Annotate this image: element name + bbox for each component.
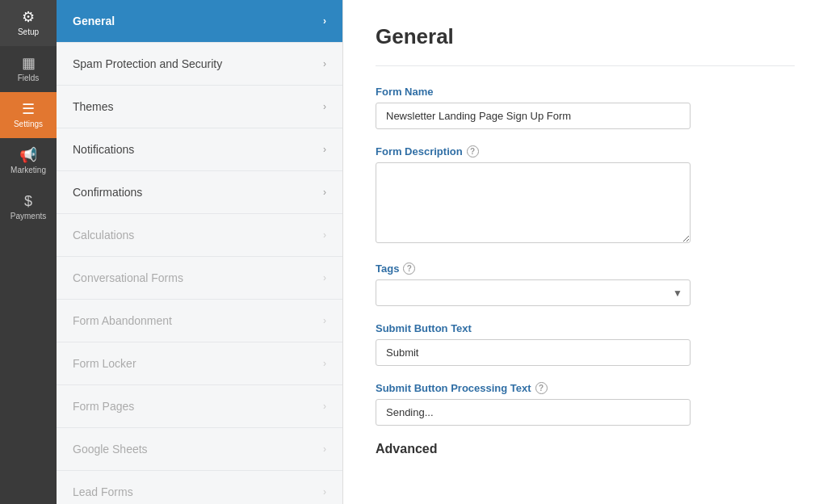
sidebar-item-general[interactable]: General › <box>57 0 342 43</box>
form-name-input[interactable] <box>376 103 691 129</box>
tags-select[interactable] <box>376 279 691 306</box>
chevron-icon-confirmations: › <box>323 187 326 198</box>
sidebar-label-confirmations: Confirmations <box>73 186 142 199</box>
sidebar-label-google-sheets: Google Sheets <box>73 443 148 456</box>
form-description-textarea[interactable] <box>376 162 691 243</box>
sidebar-label-conversational: Conversational Forms <box>73 271 183 284</box>
chevron-icon-form-pages: › <box>323 401 326 412</box>
tags-group: Tags ? ▼ <box>376 262 795 306</box>
sidebar-label-form-pages: Form Pages <box>73 400 134 413</box>
nav-label-payments: Payments <box>10 212 46 220</box>
sidebar-item-form-locker[interactable]: Form Locker › <box>57 342 342 385</box>
chevron-icon-themes: › <box>323 101 326 112</box>
sidebar-item-calculations[interactable]: Calculations › <box>57 214 342 257</box>
submit-processing-input[interactable] <box>376 399 691 426</box>
submit-processing-help-icon[interactable]: ? <box>535 382 548 394</box>
payments-icon: $ <box>24 194 32 208</box>
advanced-section: Advanced <box>376 442 795 456</box>
submit-button-text-group: Submit Button Text <box>376 322 795 366</box>
nav-item-marketing[interactable]: 📢 Marketing <box>0 138 57 184</box>
sidebar-label-calculations: Calculations <box>73 229 134 242</box>
chevron-icon-calculations: › <box>323 229 326 241</box>
fields-icon: ▦ <box>22 56 36 70</box>
nav-item-setup[interactable]: ⚙ Setup <box>0 0 57 46</box>
submit-processing-label: Submit Button Processing Text ? <box>376 382 795 394</box>
chevron-icon-locker: › <box>323 358 326 369</box>
main-content: General Form Name Form Description ? Tag… <box>343 0 827 504</box>
nav-label-fields: Fields <box>18 74 40 82</box>
submit-button-text-label: Submit Button Text <box>376 322 795 334</box>
sidebar-label-form-abandonment: Form Abandonment <box>73 314 172 327</box>
sidebar: General › Spam Protection and Security ›… <box>57 0 343 504</box>
sidebar-label-themes: Themes <box>73 100 114 113</box>
sidebar-item-lead-forms[interactable]: Lead Forms › <box>57 471 342 504</box>
sidebar-item-conversational-forms[interactable]: Conversational Forms › <box>57 257 342 300</box>
sidebar-label-notifications: Notifications <box>73 143 134 156</box>
chevron-icon-google-sheets: › <box>323 443 326 455</box>
form-description-group: Form Description ? <box>376 145 795 246</box>
sidebar-label-general: General <box>73 15 115 27</box>
sidebar-label-spam: Spam Protection and Security <box>73 57 222 70</box>
sidebar-item-themes[interactable]: Themes › <box>57 86 342 128</box>
settings-icon: ☰ <box>22 102 35 116</box>
sidebar-item-form-pages[interactable]: Form Pages › <box>57 385 342 428</box>
chevron-icon-abandonment: › <box>323 315 326 326</box>
nav-label-marketing: Marketing <box>10 166 46 174</box>
submit-processing-group: Submit Button Processing Text ? <box>376 382 795 426</box>
nav-item-payments[interactable]: $ Payments <box>0 184 57 230</box>
advanced-title: Advanced <box>376 442 795 456</box>
chevron-icon-general: › <box>323 15 326 27</box>
sidebar-item-confirmations[interactable]: Confirmations › <box>57 171 342 214</box>
form-name-label: Form Name <box>376 86 795 98</box>
setup-icon: ⚙ <box>22 10 35 24</box>
sidebar-item-form-abandonment[interactable]: Form Abandonment › <box>57 300 342 342</box>
sidebar-label-lead-forms: Lead Forms <box>73 485 133 498</box>
chevron-icon-lead-forms: › <box>323 486 326 498</box>
sidebar-item-notifications[interactable]: Notifications › <box>57 128 342 171</box>
chevron-icon-spam: › <box>323 58 326 69</box>
nav-item-fields[interactable]: ▦ Fields <box>0 46 57 92</box>
sidebar-item-google-sheets[interactable]: Google Sheets › <box>57 428 342 471</box>
form-description-label: Form Description ? <box>376 145 795 158</box>
marketing-icon: 📢 <box>19 148 37 162</box>
tags-label: Tags ? <box>376 262 795 275</box>
sidebar-label-form-locker: Form Locker <box>73 357 136 370</box>
nav-label-setup: Setup <box>18 27 39 36</box>
sidebar-item-spam-protection[interactable]: Spam Protection and Security › <box>57 43 342 86</box>
chevron-icon-conversational: › <box>323 272 326 284</box>
nav-item-settings[interactable]: ☰ Settings <box>0 92 57 138</box>
nav-label-settings: Settings <box>14 120 43 128</box>
form-description-help-icon[interactable]: ? <box>467 145 479 158</box>
title-divider <box>376 65 795 66</box>
chevron-icon-notifications: › <box>323 144 326 155</box>
tags-select-wrapper: ▼ <box>376 279 691 306</box>
vertical-nav: ⚙ Setup ▦ Fields ☰ Settings 📢 Marketing … <box>0 0 57 504</box>
tags-help-icon[interactable]: ? <box>403 262 415 275</box>
form-name-group: Form Name <box>376 86 795 129</box>
page-title: General <box>376 24 795 49</box>
submit-button-text-input[interactable] <box>376 339 691 366</box>
